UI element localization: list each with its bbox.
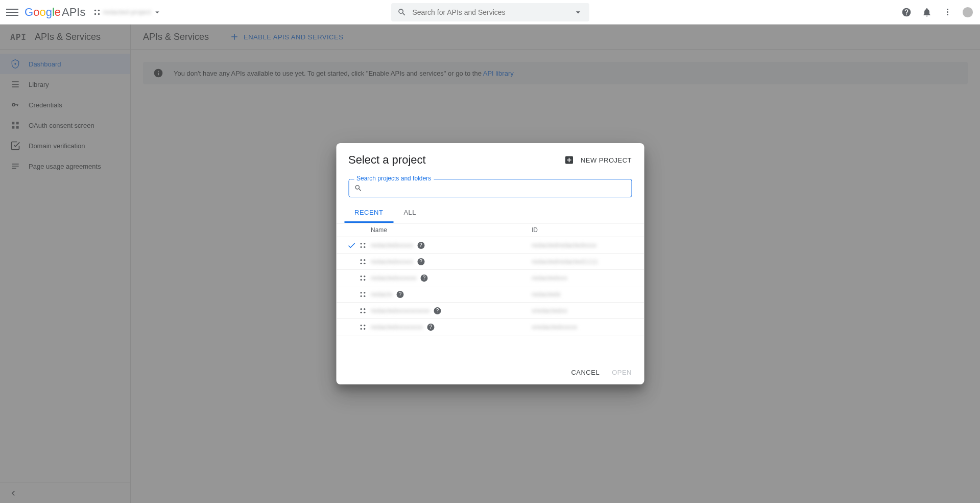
svg-point-26 [364,295,365,296]
svg-point-11 [360,243,362,244]
help-icon[interactable] [900,6,913,18]
project-name: redactedxxxxxx [371,274,417,282]
svg-point-22 [364,279,365,280]
svg-point-31 [360,325,362,326]
tab-all[interactable]: ALL [393,203,426,223]
project-icon [358,274,371,282]
project-id: redactedredacted1111 [532,258,598,265]
svg-point-1 [98,9,100,11]
svg-point-13 [360,246,362,247]
dialog-title: Select a project [348,153,426,167]
search-input[interactable] [413,8,573,16]
project-id: xredactedxx [532,307,567,314]
svg-point-12 [364,243,365,244]
svg-point-0 [94,9,97,11]
project-row[interactable]: redactedxxxxxx?redactedxxx [336,270,644,286]
project-name: redactedxxxxxxxx [371,323,423,331]
project-icon [358,258,371,266]
svg-point-25 [360,295,362,296]
project-icon [358,290,371,299]
project-name: redactedxxxxx [371,241,413,249]
open-button[interactable]: OPEN [612,369,632,376]
help-icon[interactable]: ? [427,324,435,331]
google-apis-logo[interactable]: Google APIs [25,6,85,19]
project-row[interactable]: redactx?redactedx [336,286,644,303]
search-icon [354,184,362,192]
svg-point-27 [360,308,362,310]
project-name: redactedxxxxx [371,258,413,265]
project-row[interactable]: redactedxxxxx?redactedredactedxxxx [336,237,644,254]
svg-point-16 [364,259,365,261]
svg-point-2 [94,13,97,15]
help-icon[interactable]: ? [434,307,441,314]
project-search[interactable]: Search projects and folders [348,179,632,197]
svg-point-21 [360,279,362,280]
search-dropdown-icon[interactable] [573,7,583,17]
project-icon [358,323,371,331]
project-row[interactable]: redactedxxxxx?redactedredacted1111 [336,254,644,270]
project-name: redactedxxxxxxxxxx [371,307,430,314]
col-header-id: ID [532,226,644,234]
svg-point-14 [364,246,365,247]
project-row[interactable]: redactedxxxxxxxx?xredactedxxxxx [336,319,644,335]
svg-point-3 [98,13,100,15]
svg-point-33 [360,328,362,329]
project-switcher[interactable]: redacted-project [93,8,162,17]
account-icon[interactable] [962,6,974,18]
search-icon [397,8,407,17]
notifications-icon[interactable] [921,6,933,18]
svg-point-29 [360,311,362,313]
top-bar: Google APIs redacted-project [0,0,980,25]
search-label: Search projects and folders [354,175,434,182]
help-icon[interactable]: ? [417,258,424,265]
svg-point-15 [360,259,362,261]
project-id: redactedxxx [532,274,567,282]
project-id: redactedx [532,290,561,298]
project-name: redactx [371,290,393,298]
project-icon [358,241,371,249]
svg-point-18 [364,262,365,264]
cancel-button[interactable]: CANCEL [571,369,600,376]
svg-point-19 [360,276,362,277]
project-picker-dialog: Select a project NEW PROJECT Search proj… [336,143,644,384]
help-icon[interactable]: ? [397,291,404,298]
col-header-name: Name [371,226,532,234]
project-row[interactable]: redactedxxxxxxxxxx?xredactedxx [336,303,644,319]
svg-point-32 [364,325,365,326]
svg-point-34 [364,328,365,329]
new-project-button[interactable]: NEW PROJECT [564,155,632,165]
search-bar[interactable] [391,3,589,21]
svg-point-24 [364,292,365,293]
tab-recent[interactable]: RECENT [344,203,393,223]
svg-point-23 [360,292,362,293]
svg-point-28 [364,308,365,310]
more-icon[interactable] [941,6,953,18]
menu-icon[interactable] [6,6,18,18]
help-icon[interactable]: ? [417,242,424,249]
project-icon [358,307,371,315]
svg-point-4 [963,7,973,17]
project-id: xredactedxxxxx [532,323,578,331]
svg-point-20 [364,276,365,277]
svg-point-17 [360,262,362,264]
project-search-input[interactable] [366,184,626,192]
help-icon[interactable]: ? [421,275,428,282]
project-id: redactedredactedxxxx [532,241,596,249]
svg-point-30 [364,311,365,313]
